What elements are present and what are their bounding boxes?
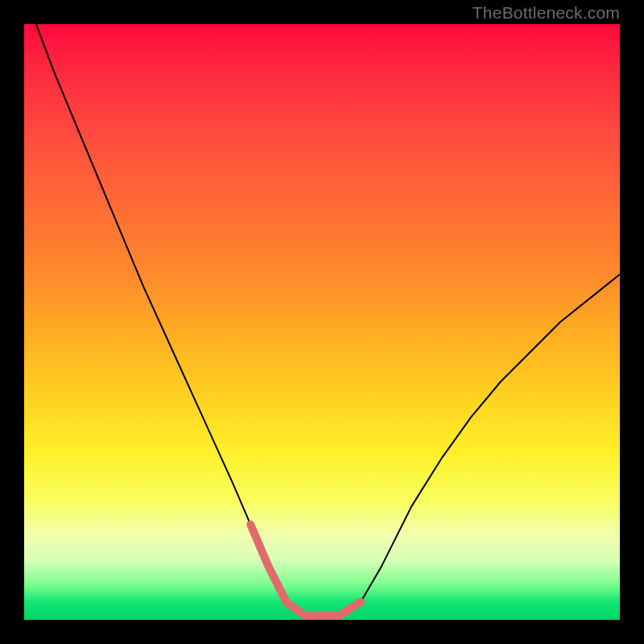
chart-stage: TheBottleneck.com — [0, 0, 644, 644]
plot-area — [24, 24, 620, 620]
series-group — [36, 24, 620, 615]
series-optimal-range-highlight — [250, 525, 361, 616]
series-bottleneck-curve — [36, 24, 620, 615]
watermark-label: TheBottleneck.com — [473, 3, 620, 23]
chart-svg — [24, 24, 620, 620]
